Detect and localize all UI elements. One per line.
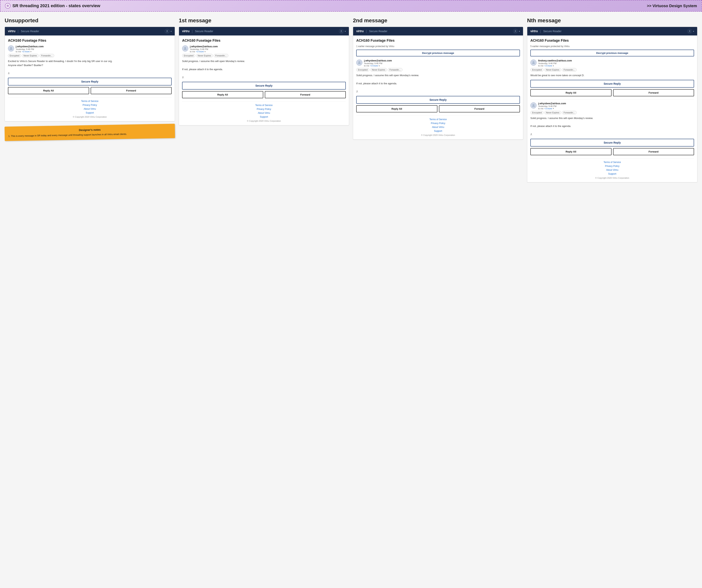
virtru-logo-nth: virtru [531, 29, 538, 33]
about-nth[interactable]: About Virtru [531, 169, 694, 171]
forward-btn-nth-2[interactable]: Forward [613, 148, 694, 155]
footer-nth: Terms of Service Privacy Policy About Vi… [531, 158, 694, 179]
terms-1st[interactable]: Terms of Service [182, 104, 346, 107]
avatar-2nd [356, 60, 362, 66]
virtru-logo-1st: virtru [182, 29, 190, 33]
svg-point-8 [689, 30, 690, 31]
secure-reply-btn-nth-2[interactable]: Secure Reply [531, 139, 694, 146]
sr-header-left-nth: virtru | Secure Reader [531, 29, 562, 33]
secure-reply-btn-nth-1[interactable]: Secure Reply [531, 80, 694, 88]
decrypt-btn-nth[interactable]: Decrypt previous message [531, 50, 694, 57]
reply-all-button[interactable]: Reply All [8, 87, 89, 94]
user-icon[interactable] [165, 29, 169, 33]
privacy-1st[interactable]: Privacy Policy [182, 108, 346, 110]
message-block-1st: j.whysbee@airbus.com Yesterday, 9:46 PM … [182, 45, 346, 80]
more-link-nth-2[interactable]: +3 more [544, 107, 552, 110]
tag-enc-1st: Encrypted [182, 54, 195, 58]
sender-email-1st: j.whysbee@airbus.com [190, 45, 346, 48]
column-title-unsupported: Unsupported [5, 17, 175, 24]
forward-btn-nth-1[interactable]: Forward [613, 89, 694, 96]
btn-row: Reply All Forward [8, 87, 171, 94]
to-text-1st: to me [190, 51, 195, 53]
support-nth[interactable]: Support [531, 173, 694, 175]
sender-date: Yesterday, 9:46 PM [16, 48, 171, 51]
tag-enc-nth-1: Encrypted [531, 68, 544, 72]
reply-all-btn-2nd[interactable]: Reply All [356, 105, 437, 112]
secure-reply-btn-2nd[interactable]: Secure Reply [356, 96, 520, 104]
svg-point-3 [10, 47, 12, 49]
user-icon-2nd[interactable] [513, 29, 518, 33]
reply-all-btn-nth-1[interactable]: Reply All [531, 89, 611, 96]
sender-email-2nd: j.whysbee@airbus.com [364, 59, 520, 62]
designers-notes: Designer's notes This is every message i… [4, 124, 175, 141]
reply-all-btn-1st[interactable]: Reply All [182, 91, 263, 98]
privacy-nth[interactable]: Privacy Policy [531, 165, 694, 168]
expand-1st: ▾ [205, 51, 206, 53]
more-link-nth-1[interactable]: +3 more [544, 65, 552, 67]
sender-info: j.whysbee@airbus.com Yesterday, 9:46 PM … [16, 45, 171, 53]
tag-never-nth-1: Never Expires [544, 68, 561, 72]
sr-header-nth: virtru | Secure Reader ▾ [527, 27, 697, 35]
copyright-2nd: © Copyright 2020 Virtru Corporation [356, 134, 520, 136]
tag-never-2nd: Never Expires [370, 68, 387, 72]
terms-link[interactable]: Terms of Service [8, 100, 171, 103]
about-2nd[interactable]: About Virtru [356, 126, 520, 128]
footer-links: Terms of Service Privacy Policy About Vi… [8, 97, 171, 118]
user-icon-1st[interactable] [339, 29, 344, 33]
column-unsupported: Unsupported virtru | Secure Reader [5, 17, 175, 139]
sr-header-right-2nd: ▾ [513, 29, 520, 33]
banner-title: SR threading 2021 edition - states overv… [12, 3, 100, 8]
user-icon-nth[interactable] [687, 29, 692, 33]
sender-info-1st: j.whysbee@airbus.com Yesterday, 9:46 PM … [190, 45, 346, 53]
copyright-1st: © Copyright 2020 Virtru Corporation [182, 120, 346, 122]
message-block-nth-1: lindsey.rawlins@airbus.com Yesterday, 9:… [531, 59, 694, 78]
about-1st[interactable]: About Virtru [182, 112, 346, 114]
chevron-nth: ▾ [693, 30, 694, 32]
tags-row-1st: Encrypted Never Expires Forwardin... [182, 54, 346, 58]
avatar-1st [182, 45, 188, 52]
virtru-logo-icon [5, 3, 10, 8]
svg-point-5 [185, 47, 186, 49]
support-link[interactable]: Support [8, 111, 171, 114]
email-body: Excited to Virtru's Secure Reader to add… [8, 59, 171, 75]
banner-right-text: >> Virtuoso Design System [647, 4, 697, 8]
svg-point-6 [515, 30, 516, 31]
terms-nth[interactable]: Terms of Service [531, 161, 694, 164]
support-2nd[interactable]: Support [356, 130, 520, 132]
tag-forwarding: Forwardin... [39, 54, 54, 58]
privacy-link[interactable]: Privacy Policy [8, 104, 171, 106]
reply-all-btn-nth-2[interactable]: Reply All [531, 148, 611, 155]
to-text-nth-2: to me [538, 107, 544, 110]
to-line-1st: to me +3 more ▾ [190, 51, 346, 53]
to-text-nth-1: to me [538, 65, 544, 67]
svg-point-10 [533, 104, 534, 106]
more-link-1st[interactable]: +3 more [196, 51, 204, 53]
sr-header-left-1st: virtru | Secure Reader [182, 29, 213, 33]
privacy-2nd[interactable]: Privacy Policy [356, 122, 520, 125]
about-link[interactable]: About Virtru [8, 108, 171, 110]
forward-btn-2nd[interactable]: Forward [439, 105, 520, 112]
more-recipients-link[interactable]: +3 more [22, 51, 30, 53]
terms-2nd[interactable]: Terms of Service [356, 118, 520, 121]
decrypt-btn-2nd[interactable]: Decrypt previous message [356, 50, 520, 57]
forward-button[interactable]: Forward [91, 87, 172, 94]
to-line-nth-1: to me +3 more ▾ [538, 65, 694, 67]
email-title-2nd: ACH160 Fuselage Files [356, 38, 520, 42]
banner-left: SR threading 2021 edition - states overv… [5, 3, 100, 8]
sender-info-nth-2: j.whysbee@airbus.com Yesterday, 9:46 PM … [538, 102, 694, 110]
earlier-notice-2nd: 1 earlier message protected by Virtru [356, 45, 520, 48]
card-body-nth: ACH160 Fuselage Files 5 earlier messages… [527, 35, 697, 182]
forward-btn-1st[interactable]: Forward [265, 91, 346, 98]
secure-reply-btn-1st[interactable]: Secure Reply [182, 82, 346, 90]
tag-encrypted: Encrypted [8, 54, 21, 58]
sender-row-2nd: j.whysbee@airbus.com Yesterday, 9:46 PM … [356, 59, 520, 67]
email-body-nth-1: Would be great to see more takes on conc… [531, 74, 694, 78]
secure-reply-button[interactable]: Secure Reply [8, 78, 171, 86]
avatar-nth-2 [531, 102, 537, 108]
support-1st[interactable]: Support [182, 115, 346, 118]
notes-list: This is every message in SR today and ev… [8, 131, 172, 138]
sender-row-nth-2: j.whysbee@airbus.com Yesterday, 9:46 PM … [531, 102, 694, 110]
more-link-2nd[interactable]: +3 more [370, 65, 378, 67]
btn-row-1st: Reply All Forward [182, 91, 346, 98]
expand-2nd: ▾ [379, 65, 380, 67]
